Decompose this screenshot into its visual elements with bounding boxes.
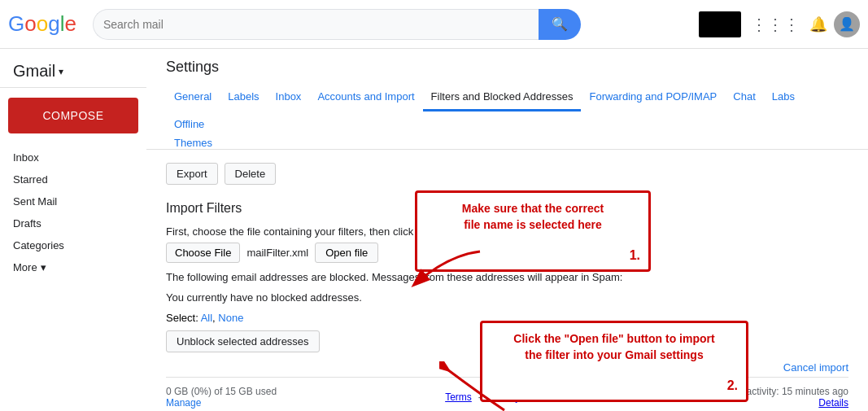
manage-link[interactable]: Manage — [166, 397, 201, 409]
sidebar-item-more[interactable]: More ▾ — [0, 256, 146, 278]
avatar[interactable]: 👤 — [834, 11, 860, 37]
gmail-label: Gmail ▾ — [13, 62, 63, 81]
delete-button[interactable]: Delete — [225, 163, 277, 185]
gmail-section: Gmail ▾ — [0, 55, 146, 88]
settings-title: Settings — [166, 59, 848, 76]
callout-2-text: Click the "Open file" button to import t… — [513, 332, 714, 361]
storage-info: 0 GB (0%) of 15 GB used — [166, 386, 277, 397]
cancel-import-link[interactable]: Cancel import — [783, 361, 848, 374]
select-label: Select: — [166, 312, 198, 324]
settings-header: Settings General Labels Inbox Accounts a… — [146, 49, 868, 150]
last-activity: Last account activity: 15 minutes ago — [688, 386, 848, 397]
compose-button[interactable]: COMPOSE — [8, 98, 138, 133]
more-chevron-icon: ▾ — [41, 261, 46, 273]
sidebar-item-drafts[interactable]: Drafts — [0, 212, 146, 234]
export-button[interactable]: Export — [166, 163, 218, 185]
tab-chat[interactable]: Chat — [725, 84, 763, 111]
import-filters-title: Import Filters — [166, 201, 848, 216]
select-all-link[interactable]: All — [201, 312, 212, 324]
select-row: Select: All, None — [166, 312, 848, 324]
footer-left: 0 GB (0%) of 15 GB used Manage — [166, 386, 277, 409]
select-none-link[interactable]: None — [218, 312, 243, 324]
main-layout: Gmail ▾ COMPOSE Inbox Starred Sent Mail … — [0, 49, 868, 411]
tab-general[interactable]: General — [166, 84, 220, 111]
import-file-row: Choose File mailFilter.xml Open file — [166, 243, 848, 263]
privacy-link[interactable]: Privacy — [488, 391, 520, 403]
search-input[interactable] — [93, 9, 539, 40]
categories-label: Categories — [13, 239, 64, 251]
choose-file-button[interactable]: Choose File — [166, 243, 240, 263]
sent-label: Sent Mail — [13, 195, 57, 208]
tab-forwarding[interactable]: Forwarding and POP/IMAP — [581, 84, 725, 111]
tab-filters-blocked[interactable]: Filters and Blocked Addresses — [423, 84, 582, 111]
import-instruction: First, choose the file containing your f… — [166, 225, 848, 238]
settings-tabs-row1: General Labels Inbox Accounts and Import… — [166, 84, 848, 137]
top-bar: Google 🔍 ⋮⋮⋮ 🔔 👤 — [0, 0, 868, 49]
more-label: More — [13, 261, 37, 273]
sidebar-item-categories[interactable]: Categories — [0, 234, 146, 256]
sidebar: Gmail ▾ COMPOSE Inbox Starred Sent Mail … — [0, 49, 146, 411]
footer-center-links: Terms - Privacy — [445, 391, 520, 403]
tab-accounts-import[interactable]: Accounts and Import — [309, 84, 422, 111]
tab-themes[interactable]: Themes — [166, 137, 212, 149]
no-blocked-message: You currently have no blocked addresses. — [166, 291, 848, 304]
tab-inbox[interactable]: Inbox — [268, 84, 310, 111]
search-button[interactable]: 🔍 — [539, 9, 581, 40]
grid-icon[interactable]: ⋮⋮⋮ — [748, 11, 803, 37]
google-logo: Google — [8, 11, 76, 37]
black-rect — [699, 11, 741, 37]
footer: 0 GB (0%) of 15 GB used Manage Terms - P… — [166, 377, 848, 411]
settings-tabs-row2: Themes — [166, 137, 848, 149]
tab-offline[interactable]: Offline — [166, 111, 212, 137]
unblock-button[interactable]: Unblock selected addresses — [166, 330, 320, 352]
gmail-dropdown-arrow[interactable]: ▾ — [59, 66, 63, 77]
action-buttons: Export Delete — [166, 163, 848, 185]
starred-label: Starred — [13, 173, 48, 186]
tab-labs[interactable]: Labs — [764, 84, 803, 111]
notifications-icon[interactable]: 🔔 — [809, 15, 827, 33]
selected-file-name: mailFilter.xml — [246, 247, 308, 259]
top-right-icons: ⋮⋮⋮ 🔔 👤 — [699, 11, 860, 37]
drafts-label: Drafts — [13, 217, 41, 230]
blocked-addresses-description: The following email addresses are blocke… — [166, 271, 848, 283]
open-file-button[interactable]: Open file — [315, 243, 378, 263]
terms-link[interactable]: Terms — [445, 391, 472, 403]
search-bar: 🔍 — [93, 9, 581, 40]
content-area: Settings General Labels Inbox Accounts a… — [146, 49, 868, 411]
sidebar-item-sent[interactable]: Sent Mail — [0, 190, 146, 212]
details-link[interactable]: Details — [818, 397, 848, 409]
inbox-label: Inbox — [13, 151, 39, 164]
settings-body: Export Delete Import Filters First, choo… — [146, 150, 868, 411]
sidebar-item-starred[interactable]: Starred — [0, 168, 146, 190]
tab-labels[interactable]: Labels — [220, 84, 267, 111]
sidebar-item-inbox[interactable]: Inbox — [0, 146, 146, 168]
footer-right: Last account activity: 15 minutes ago De… — [688, 386, 848, 409]
